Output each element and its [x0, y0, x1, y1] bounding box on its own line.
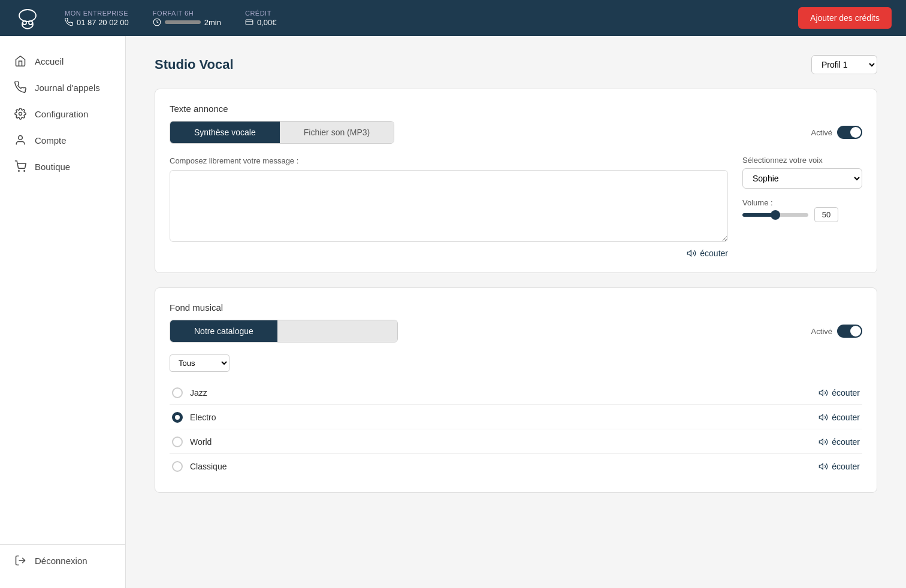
music-list: Jazz écouter Electro: [170, 381, 862, 478]
svg-marker-11: [688, 250, 691, 256]
texte-annonce-label: Texte annonce: [170, 104, 862, 114]
music-item-electro: Electro écouter: [170, 406, 862, 429]
sidebar-item-journal[interactable]: Journal d'appels: [0, 74, 125, 101]
music-name-classique: Classique: [190, 462, 226, 471]
music-name-jazz: Jazz: [190, 388, 207, 398]
logo: [14, 5, 41, 31]
page-title: Studio Vocal: [155, 57, 234, 72]
voice-select-label: Sélectionnez votre voix: [742, 156, 862, 165]
add-credit-button[interactable]: Ajouter des crédits: [798, 7, 892, 29]
logout-item[interactable]: Déconnexion: [14, 554, 111, 566]
message-input[interactable]: [170, 170, 728, 242]
radio-jazz[interactable]: [172, 387, 183, 398]
speaker-classique-icon: [819, 462, 828, 471]
ecouter-jazz-label: écouter: [832, 388, 860, 398]
forfait-remaining: 2min: [204, 18, 221, 27]
music-left-electro: Electro: [172, 412, 216, 423]
sidebar-label-compte: Compte: [35, 135, 67, 146]
header: MON ENTREPRISE 01 87 20 02 00 Forfait 6H…: [0, 0, 906, 36]
credit-amount: 0,00€: [257, 18, 277, 27]
sidebar-bottom: Déconnexion: [0, 544, 125, 576]
texte-annonce-card: Texte annonce Synthèse vocale Fichier so…: [155, 89, 877, 273]
credit-value: 0,00€: [245, 18, 277, 27]
music-item-world: World écouter: [170, 431, 862, 454]
svg-marker-12: [820, 390, 823, 395]
message-area: Composez librement votre message : écout…: [170, 156, 862, 258]
texte-annonce-tab-group: Synthèse vocale Fichier son (MP3): [170, 121, 394, 144]
svg-point-8: [19, 171, 20, 172]
tab-fichier[interactable]: Fichier son (MP3): [280, 122, 394, 143]
message-label: Composez librement votre message :: [170, 156, 298, 165]
speaker-jazz-icon: [819, 388, 828, 398]
svg-point-7: [19, 136, 23, 140]
music-name-electro: Electro: [190, 413, 216, 422]
tab-upload[interactable]: [277, 320, 397, 342]
texte-annonce-toggle-area: Activé: [811, 126, 862, 139]
phone-icon: [65, 18, 73, 26]
volume-slider[interactable]: [742, 213, 808, 217]
company-label: MON ENTREPRISE: [65, 10, 129, 17]
tab-synthese[interactable]: Synthèse vocale: [170, 122, 280, 143]
volume-label: Volume :: [742, 198, 862, 207]
ecouter-electro-button[interactable]: écouter: [819, 413, 860, 422]
sidebar: Accueil Journal d'appels: [0, 36, 126, 588]
header-info: MON ENTREPRISE 01 87 20 02 00 Forfait 6H…: [65, 7, 892, 29]
ecouter-jazz-button[interactable]: écouter: [819, 388, 860, 398]
fond-musical-active-label: Activé: [811, 327, 832, 336]
texte-annonce-active-label: Activé: [811, 128, 832, 137]
fond-musical-toggle[interactable]: [837, 325, 862, 338]
music-item-classique: Classique écouter: [170, 455, 862, 478]
voice-select[interactable]: Sophie Marc Julie Pierre: [742, 168, 862, 189]
music-left-classique: Classique: [172, 461, 226, 472]
ecouter-world-label: écouter: [832, 437, 860, 447]
texte-annonce-toggle[interactable]: [837, 126, 862, 139]
music-item-jazz: Jazz écouter: [170, 381, 862, 405]
main-content: Studio Vocal Profil 1 Texte annonce Synt…: [126, 36, 906, 588]
message-textarea-container: Composez librement votre message : écout…: [170, 156, 728, 258]
ecouter-electro-label: écouter: [832, 413, 860, 422]
profile-select[interactable]: Profil 1: [811, 55, 877, 74]
clock-icon: [153, 18, 161, 26]
music-filter-select[interactable]: Tous Jazz Electro World Classique: [170, 354, 229, 372]
phone-number: 01 87 20 02 00: [77, 18, 129, 27]
sidebar-item-compte[interactable]: Compte: [0, 127, 125, 153]
ecouter-world-button[interactable]: écouter: [819, 437, 860, 447]
forfait-section: Forfait 6H 2min: [153, 10, 221, 27]
ecouter-classique-button[interactable]: écouter: [819, 462, 860, 471]
fond-musical-tabs-row: Notre catalogue Activé: [170, 320, 862, 343]
sidebar-item-boutique[interactable]: Boutique: [0, 153, 125, 180]
fond-musical-toggle-area: Activé: [811, 325, 862, 338]
forfait-label: Forfait 6H: [153, 10, 221, 17]
sidebar-label-accueil: Accueil: [35, 56, 64, 66]
sidebar-item-accueil[interactable]: Accueil: [0, 48, 125, 74]
speaker-icon: [687, 248, 696, 258]
volume-row: 50: [742, 207, 862, 222]
fond-musical-card: Fond musical Notre catalogue Activé Tous…: [155, 287, 877, 493]
layout: Accueil Journal d'appels: [0, 36, 906, 588]
company-phone: 01 87 20 02 00: [65, 18, 129, 27]
listen-btn-area: écouter: [170, 248, 728, 258]
music-left-jazz: Jazz: [172, 387, 207, 398]
voice-select-container: Sélectionnez votre voix Sophie Marc Juli…: [742, 156, 862, 189]
cart-icon: [14, 160, 26, 172]
fond-musical-label: Fond musical: [170, 302, 862, 313]
forfait-value: 2min: [153, 18, 221, 27]
sidebar-label-journal: Journal d'appels: [35, 83, 100, 93]
page-header: Studio Vocal Profil 1: [155, 55, 877, 74]
music-left-world: World: [172, 437, 212, 447]
radio-electro[interactable]: [172, 412, 183, 423]
user-icon: [14, 134, 26, 146]
voice-panel: Sélectionnez votre voix Sophie Marc Juli…: [742, 156, 862, 258]
tab-catalogue[interactable]: Notre catalogue: [170, 320, 277, 342]
credit-label: Crédit: [245, 10, 277, 17]
logout-label: Déconnexion: [35, 556, 87, 566]
volume-container: Volume : 50: [742, 198, 862, 222]
radio-world[interactable]: [172, 437, 183, 447]
radio-classique[interactable]: [172, 461, 183, 472]
forfait-bar: [165, 20, 201, 24]
logout-icon: [14, 554, 26, 566]
credit-icon: [245, 18, 253, 26]
sidebar-item-configuration[interactable]: Configuration: [0, 101, 125, 127]
credit-section: Crédit 0,00€: [245, 10, 277, 27]
ecouter-message-button[interactable]: écouter: [687, 248, 728, 258]
